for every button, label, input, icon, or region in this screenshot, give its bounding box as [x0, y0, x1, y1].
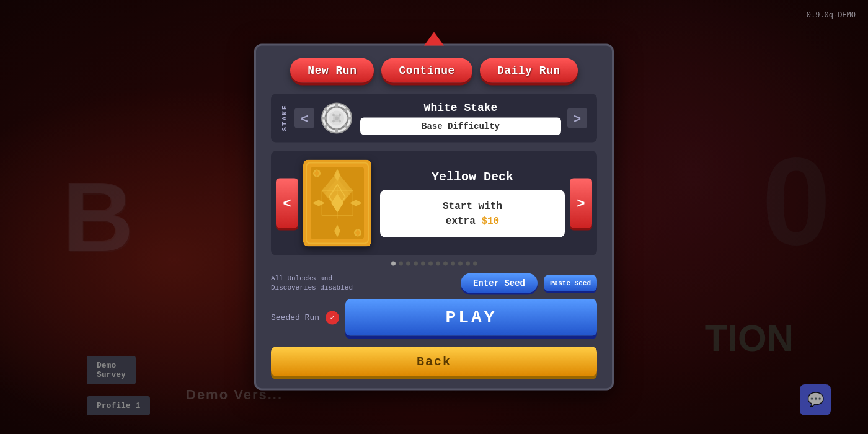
seed-row: All Unlocks andDiscoveries disabled Ente…	[271, 273, 597, 293]
svg-point-16	[339, 120, 341, 123]
svg-rect-6	[347, 117, 352, 120]
version-label: 0.9.0q-DEMO	[807, 11, 856, 20]
stake-info: White Stake Base Difficulty	[360, 102, 561, 135]
dot-8	[451, 262, 455, 266]
continue-button[interactable]: Continue	[381, 58, 472, 83]
deck-description: Start with extra $10	[380, 190, 565, 237]
daily-run-button[interactable]: Daily Run	[480, 58, 578, 83]
new-run-button[interactable]: New Run	[290, 58, 374, 83]
seeded-run-row: Seeded Run ✓ PLAY	[271, 299, 597, 336]
pagination-dots	[271, 262, 597, 266]
stake-prev-button[interactable]: <	[294, 108, 314, 128]
deck-name: Yellow Deck	[380, 169, 565, 184]
deck-content: Yellow Deck Start with extra $10	[303, 160, 565, 247]
paste-seed-button[interactable]: Paste Seed	[544, 275, 597, 291]
yellow-deck-svg	[303, 160, 371, 247]
deck-desc-money: $10	[481, 215, 499, 226]
deck-section: <	[271, 151, 597, 255]
white-stake-chip	[321, 102, 353, 135]
svg-rect-5	[322, 117, 327, 120]
seed-notice: All Unlocks andDiscoveries disabled	[271, 273, 454, 293]
dialog-arrow	[424, 32, 444, 46]
svg-point-13	[332, 114, 335, 117]
dot-1	[399, 262, 403, 266]
deck-next-button[interactable]: >	[570, 179, 592, 228]
seeded-run-check: ✓	[326, 311, 339, 324]
dot-3	[414, 262, 418, 266]
stake-name: White Stake	[360, 102, 561, 114]
yellow-deck-card	[303, 160, 371, 247]
dot-10	[466, 262, 470, 266]
deck-info: Yellow Deck Start with extra $10	[380, 169, 565, 237]
deck-desc-line1: Start with	[443, 200, 502, 211]
dot-0	[391, 262, 396, 266]
dot-11	[473, 262, 477, 266]
svg-point-15	[332, 120, 335, 123]
dot-6	[436, 262, 440, 266]
back-button[interactable]: Back	[271, 347, 597, 376]
stake-difficulty: Base Difficulty	[360, 118, 561, 135]
svg-point-12	[335, 117, 339, 120]
main-dialog: New Run Continue Daily Run Stake <	[254, 44, 614, 391]
dot-5	[428, 262, 433, 266]
stake-section: Stake <	[271, 94, 597, 143]
deck-desc-line2: extra	[446, 215, 482, 226]
dot-4	[421, 262, 425, 266]
svg-point-14	[339, 114, 341, 117]
play-button[interactable]: PLAY	[345, 299, 597, 336]
stake-label: Stake	[281, 105, 288, 131]
seeded-run-label: Seeded Run	[271, 313, 319, 322]
dot-9	[458, 262, 463, 266]
deck-prev-button[interactable]: <	[276, 179, 298, 228]
dot-7	[443, 262, 448, 266]
svg-rect-4	[335, 128, 338, 133]
top-buttons-row: New Run Continue Daily Run	[271, 58, 597, 83]
stake-next-button[interactable]: >	[567, 108, 587, 128]
svg-rect-3	[335, 104, 338, 108]
dot-2	[406, 262, 410, 266]
enter-seed-button[interactable]: Enter Seed	[461, 273, 538, 293]
stake-content: White Stake Base Difficulty	[314, 102, 567, 135]
